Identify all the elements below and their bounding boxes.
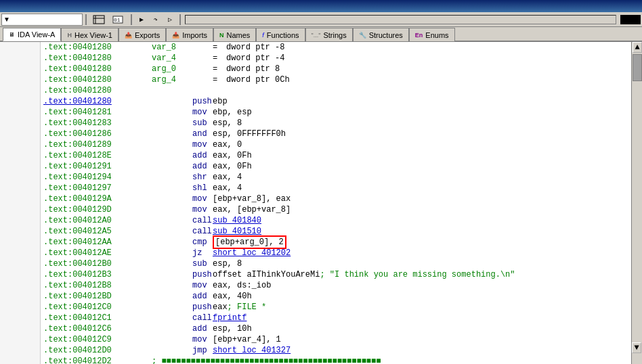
toolbar-sep-2 <box>131 14 132 25</box>
tab-ida-view[interactable]: 🖥 IDA View-A <box>3 28 61 41</box>
code-line: .text:004012A5 call sub_401510 <box>43 226 628 237</box>
code-line: .text:00401289 mov eax, 0 <box>43 139 628 150</box>
toolbar-cursor-icon[interactable]: ▶ <box>135 14 148 26</box>
tab-hex-label: Hex View-1 <box>74 31 112 39</box>
svg-rect-0 <box>93 16 104 24</box>
seek-bar[interactable] <box>185 15 616 24</box>
tab-names-icon: N <box>219 32 224 39</box>
tab-names[interactable]: N Names <box>213 28 256 41</box>
tab-strings-label: Strings <box>323 31 346 39</box>
tab-imports-label: Imports <box>182 31 207 39</box>
toolbar-step-icon[interactable]: ↷ <box>149 14 163 26</box>
code-line: .text:00401280 push ebp <box>43 96 628 107</box>
code-line: .text:00401291 add eax, 0Fh <box>43 161 628 172</box>
code-line: .text:00401283 sub esp, 8 <box>43 118 628 129</box>
tab-imports-icon: 📥 <box>172 32 179 39</box>
tab-bar: 🖥 IDA View-A H Hex View-1 📤 Exports 📥 Im… <box>0 27 642 42</box>
toolbar-icon-1[interactable] <box>89 14 108 26</box>
code-line: .text:00401286 and esp, 0FFFFFFF0h <box>43 129 628 139</box>
code-line: .text:00401280 arg_4 = dword ptr 0Ch <box>43 74 628 85</box>
tab-structures[interactable]: 🔧 Structures <box>353 28 409 41</box>
tab-functions-label: Functions <box>267 31 299 39</box>
title-bar <box>0 0 642 12</box>
svg-text:01: 01 <box>114 17 121 23</box>
toolbar-dropdown[interactable]: ▼ <box>1 14 83 26</box>
code-line: .text:004012B8 mov eax, ds:_iob <box>43 280 628 291</box>
mini-map <box>620 15 641 24</box>
code-line: .text:004012BD add eax, 40h <box>43 291 628 302</box>
tab-structures-icon: 🔧 <box>359 32 366 39</box>
code-line-empty: .text:00401280 <box>43 85 628 96</box>
code-area[interactable]: .text:00401280 var_8 = dword ptr -8 .tex… <box>41 42 631 364</box>
vertical-scrollbar[interactable]: ▲ ▼ <box>631 42 642 364</box>
code-line: .text:004012A0 call sub_401840 <box>43 215 628 226</box>
tab-structures-label: Structures <box>369 31 403 39</box>
code-line-comment: .text:004012D2 ; ■■■■■■■■■■■■■■■■■■■■■■■… <box>43 356 628 364</box>
toolbar-sep-1 <box>85 14 87 25</box>
tab-hex-view[interactable]: H Hex View-1 <box>61 28 119 41</box>
tab-strings-icon: "..." <box>312 32 321 39</box>
code-line: .text:004012B3 push offset aIThinkYouAre… <box>43 269 628 280</box>
toolbar-run-icon[interactable]: ▷ <box>163 14 177 26</box>
scroll-thumb[interactable] <box>633 54 642 81</box>
tab-enums-label: Enums <box>425 31 448 39</box>
code-line: .text:00401280 var_4 = dword ptr -4 <box>43 53 628 64</box>
code-line: .text:004012B0 sub esp, 8 <box>43 258 628 269</box>
tab-functions[interactable]: f Functions <box>256 28 305 41</box>
code-line: .text:004012C9 mov [ebp+var_4], 1 <box>43 334 628 345</box>
code-line: .text:004012AE jz short loc_401202 <box>43 248 628 258</box>
code-line: .text:0040128E add eax, 0Fh <box>43 150 628 161</box>
tab-hex-icon: H <box>67 32 72 39</box>
code-line: .text:004012C1 call fprintf <box>43 313 628 323</box>
tab-strings[interactable]: "..." Strings <box>305 28 353 41</box>
tab-exports[interactable]: 📤 Exports <box>119 28 166 41</box>
tab-imports[interactable]: 📥 Imports <box>166 28 213 41</box>
toolbar: ▼ 01 ▶ ↷ ▷ <box>0 12 642 27</box>
tab-enums[interactable]: En Enums <box>409 28 455 41</box>
code-line: .text:00401281 mov ebp, esp <box>43 107 628 118</box>
code-line: .text:004012D0 jmp short loc_401327 <box>43 345 628 356</box>
code-line: .text:00401280 arg_0 = dword ptr 8 <box>43 64 628 74</box>
code-line: .text:0040129D mov eax, [ebp+var_8] <box>43 204 628 215</box>
tab-exports-icon: 📤 <box>125 32 132 39</box>
code-line: .text:004012C0 push eax ; FILE * <box>43 302 628 313</box>
toolbar-icon-2[interactable]: 01 <box>109 14 128 26</box>
code-line: .text:004012C6 add esp, 10h <box>43 323 628 334</box>
gutter <box>0 42 41 364</box>
tab-ida-view-icon: 🖥 <box>9 31 15 38</box>
toolbar-sep-3 <box>179 14 181 25</box>
code-line: .text:00401280 var_8 = dword ptr -8 <box>43 42 628 53</box>
code-line-cmp: .text:004012AA cmp [ebp+arg_0], 2 <box>43 237 628 248</box>
tab-exports-label: Exports <box>135 31 160 39</box>
code-line: .text:00401294 shr eax, 4 <box>43 172 628 183</box>
code-line: .text:0040129A mov [ebp+var_8], eax <box>43 194 628 204</box>
tab-ida-view-label: IDA View-A <box>18 30 55 39</box>
tab-enums-icon: En <box>415 32 423 39</box>
tab-functions-icon: f <box>262 32 264 39</box>
tab-names-label: Names <box>226 31 250 39</box>
main-content: .text:00401280 var_8 = dword ptr -8 .tex… <box>0 42 642 364</box>
code-line: .text:00401297 shl eax, 4 <box>43 183 628 194</box>
